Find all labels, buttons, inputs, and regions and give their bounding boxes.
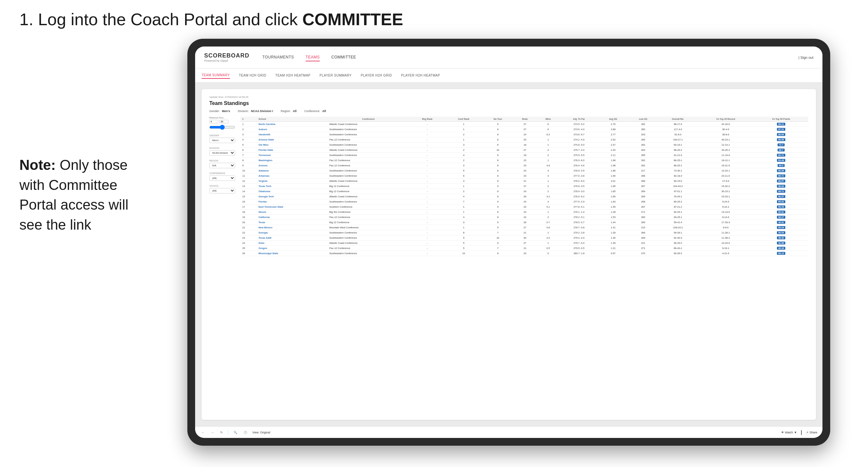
rounds-to-input[interactable] [219, 120, 228, 123]
tab-team-h2h-heatmap[interactable]: TEAM H2H HEATMAP [275, 72, 310, 79]
cell-school[interactable]: Arizona [256, 163, 327, 168]
cell-school[interactable]: Auburn [256, 127, 327, 132]
cell-rank: 13 [240, 184, 256, 189]
sign-out-link[interactable]: | Sign out [799, 56, 813, 59]
cell-conf-rank: 1 [445, 225, 482, 230]
toolbar-reload[interactable]: ↻ [219, 430, 224, 435]
table-row: 22 Georgia Southeastern Conference - 8 7… [240, 230, 808, 236]
cell-school[interactable]: Florida [256, 199, 327, 205]
cell-vs-top25: 30-4-0 [698, 127, 754, 132]
cell-school[interactable]: North Carolina [256, 122, 327, 127]
rounds-from-input[interactable] [209, 120, 218, 123]
cell-score: 68.71 [754, 174, 808, 179]
cell-rnds: 27 [513, 184, 536, 189]
cell-school[interactable]: New Mexico [256, 225, 327, 230]
cell-conference: Atlantic Coast Conference [328, 194, 410, 199]
cell-school[interactable]: East Tennessee State [256, 205, 327, 210]
cell-school[interactable]: Duke [256, 241, 327, 246]
cell-school[interactable]: California [256, 215, 327, 220]
cell-school[interactable]: Oklahoma [256, 189, 327, 194]
cell-school[interactable]: Vanderbilt [256, 132, 327, 137]
cell-rnds: 27 [513, 148, 536, 153]
tab-player-summary[interactable]: PLAYER SUMMARY [319, 72, 351, 79]
cell-no-tour: 8 [483, 215, 513, 220]
cell-adj-par: 276.9 -3.0 [559, 189, 598, 194]
cell-overall-rd: 104-43.2 [658, 184, 698, 189]
filter-region: Region: All [281, 110, 297, 113]
cell-school[interactable]: Oregon [256, 246, 327, 251]
toolbar-zoom[interactable]: 🔍 [232, 430, 239, 435]
toolbar-back[interactable]: ← [200, 430, 206, 435]
cell-school[interactable]: Georgia Tech [256, 194, 327, 199]
school-select[interactable]: (All) [209, 188, 235, 193]
table-row: 7 Tennessee Southeastern Conference - 4 … [240, 153, 808, 158]
cell-rank: 24 [240, 241, 256, 246]
view-original-btn[interactable]: View: Original [252, 431, 270, 434]
cell-rank: 7 [240, 153, 256, 158]
cell-school[interactable]: Texas Tech [256, 184, 327, 189]
cell-adj-par: 276.3 -6.0 [559, 158, 598, 163]
watch-btn[interactable]: 👁 Watch ▼ [781, 431, 797, 434]
cell-vs-top25: 16-21-0 [698, 163, 754, 168]
nav-committee[interactable]: COMMITTEE [332, 54, 356, 61]
cell-reg-rank: - [410, 168, 445, 174]
conference-filter-label: Conference [209, 172, 235, 175]
cell-rank: 17 [240, 205, 256, 210]
cell-rank: 22 [240, 230, 256, 236]
cell-vs-top25: 9-9-0 [698, 225, 754, 230]
cell-school[interactable]: Florida State [256, 148, 327, 153]
cell-avg-sg: 2.88 [598, 127, 628, 132]
gender-select[interactable]: Men's [209, 137, 235, 143]
cell-adj-par: 279.2 -3.8 [559, 230, 598, 236]
nav-teams[interactable]: TEAMS [306, 54, 320, 61]
cell-overall-rd: 86-25-1 [658, 158, 698, 163]
cell-reg-rank: - [410, 251, 445, 256]
cell-reg-rank: - [410, 137, 445, 143]
division-select[interactable]: NCAA Division I [209, 150, 235, 156]
cell-school[interactable]: Ole Miss [256, 143, 327, 148]
cell-school[interactable]: Illinois [256, 210, 327, 215]
cell-avg-sg: 1.85 [598, 194, 628, 199]
cell-school[interactable]: Arkansas [256, 174, 327, 179]
region-select[interactable]: N/A [209, 163, 235, 168]
share-btn[interactable]: ↗ Share [806, 431, 817, 434]
cell-rank: 3 [240, 132, 256, 137]
cell-rank: 1 [240, 122, 256, 127]
cell-conf-rank: 7 [445, 199, 482, 205]
nav-tournaments[interactable]: TOURNAMENTS [262, 54, 294, 61]
cell-overall-rd: 96-29-2 [658, 148, 698, 153]
cell-school[interactable]: Mississippi State [256, 251, 327, 256]
table-row: 19 California Pac-12 Conference - 4 8 24… [240, 215, 808, 220]
cell-school[interactable]: Texas A&M [256, 236, 327, 241]
tab-team-h2h-grid[interactable]: TEAM H2H GRID [239, 72, 267, 79]
cell-low-sg: 260 [628, 127, 658, 132]
table-row: 16 Florida Southeastern Conference - 7 9… [240, 199, 808, 205]
cell-low-sg: 268 [628, 174, 658, 179]
cell-adj-par: 279.5 -0.5 [559, 246, 598, 251]
cell-school[interactable]: Georgia [256, 230, 327, 236]
cell-reg-rank: - [410, 158, 445, 163]
cell-school[interactable]: Washington [256, 158, 327, 163]
cell-adj-par: 276.0 -6.2 [559, 194, 598, 199]
cell-rnds: 23 [513, 163, 536, 168]
toolbar-forward[interactable]: → [210, 430, 215, 435]
cell-overall-rd: 66-40-1 [658, 246, 698, 251]
cell-rank: 23 [240, 236, 256, 241]
conference-select[interactable]: (All) [209, 175, 235, 181]
rounds-slider[interactable] [209, 125, 235, 130]
toolbar-sep2: | [801, 430, 802, 435]
cell-school[interactable]: Arizona State [256, 137, 327, 143]
cell-low-sg: 265 [628, 153, 658, 158]
cell-school[interactable]: Texas [256, 220, 327, 225]
tab-player-h2h-heatmap[interactable]: PLAYER H2H HEATMAP [401, 72, 440, 79]
cell-rnds: 26 [513, 194, 536, 199]
tab-player-h2h-grid[interactable]: PLAYER H2H GRID [361, 72, 392, 79]
toolbar-clock[interactable]: 🕐 [242, 430, 248, 435]
cell-no-tour: 8 [483, 179, 513, 184]
cell-conf-rank: 1 [445, 184, 482, 189]
tab-team-summary[interactable]: TEAM SUMMARY [202, 72, 230, 79]
cell-school[interactable]: Virginia [256, 179, 327, 184]
cell-school[interactable]: Alabama [256, 168, 327, 174]
cell-school[interactable]: Tennessee [256, 153, 327, 158]
cell-avg-sg: 2.52 [598, 137, 628, 143]
